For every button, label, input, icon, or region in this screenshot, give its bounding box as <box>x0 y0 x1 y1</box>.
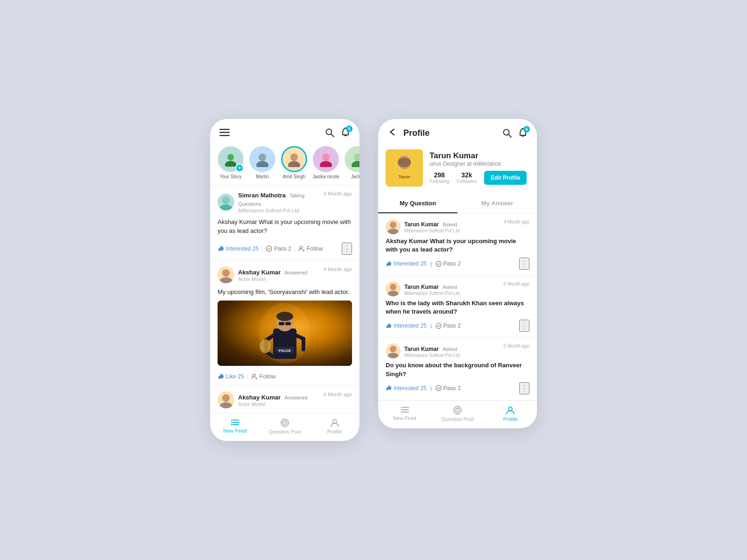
post-2-answer: My upcoming film, 'Sooryavanshi' with le… <box>218 288 352 297</box>
profile-role: ui/ux Designer at milleniance <box>430 161 529 167</box>
nav-question-pool[interactable]: ? Question Pool <box>260 418 310 434</box>
pass-button-1[interactable]: Pass 2 <box>266 245 291 252</box>
svg-point-63 <box>388 353 399 358</box>
pq-2-time: 6 Month ago <box>503 281 529 287</box>
add-story-icon: + <box>235 164 244 172</box>
menu-button[interactable] <box>219 129 230 136</box>
notification-button[interactable]: 5 <box>341 127 350 138</box>
story-item-jasika[interactable]: Jasika nicole <box>313 146 339 179</box>
header-icons: 5 <box>325 127 350 138</box>
tarun-avatar-3 <box>386 343 401 358</box>
post-1-question: Akshay Kumar What is your upcoming movie… <box>218 218 352 236</box>
profile-nav-profile[interactable]: Profile <box>484 406 537 422</box>
profile-name: Tarun Kumar <box>430 151 529 161</box>
pq-3-actions: Interested 25 | Pass 2 ⋮ <box>386 382 529 394</box>
story-item-amit-singh[interactable]: Amit Singh <box>281 146 307 179</box>
svg-point-9 <box>290 154 298 161</box>
profile-nav-question-pool[interactable]: Question Pool <box>431 406 484 422</box>
pq-2-pass[interactable]: Pass 2 <box>436 322 461 329</box>
interested-button-1[interactable]: Interested 25 <box>218 245 259 252</box>
post-2-username: Akshay Kumar <box>238 269 281 276</box>
post-2-actions: Like 25 | Follow <box>218 370 352 385</box>
pq-1-more[interactable]: ⋮ <box>519 258 529 270</box>
svg-point-10 <box>288 161 300 167</box>
svg-rect-69 <box>401 409 402 411</box>
post-3-time: 4 Month ago <box>324 392 352 397</box>
pq-2-actions: Interested 25 | Pass 2 ⋮ <box>386 320 529 332</box>
post-question-1: Simran Malhotra Taking Questions Milleni… <box>210 185 359 261</box>
like-button-1[interactable]: Like 25 <box>218 373 244 380</box>
svg-point-13 <box>354 154 359 161</box>
feed-header: 5 <box>210 119 359 142</box>
tab-my-answer[interactable]: My Answer <box>458 194 537 213</box>
nav-feed[interactable]: New Feed <box>210 418 260 434</box>
svg-point-16 <box>219 204 233 210</box>
nav-question-pool-label: Question Pool <box>268 429 301 434</box>
more-options-1[interactable]: ⋮ <box>342 243 352 255</box>
profile-nav-feed[interactable]: New Feed <box>378 406 431 422</box>
pq-3-user: Tarun Kumar <box>404 346 439 352</box>
profile-nav-qpool-label: Question Pool <box>441 416 473 422</box>
story-name-amit: Amit Singh <box>283 174 305 179</box>
follow-button-2[interactable]: Follow <box>251 373 276 380</box>
profile-notification-button[interactable]: 5 <box>518 128 528 138</box>
pq-3-interested[interactable]: Interested 25 <box>386 385 427 392</box>
story-name-jasika: Jasika nicole <box>312 174 339 179</box>
feed-bottom-nav: New Feed ? Question Pool Profile <box>210 413 359 441</box>
post-answer-2: Akshay Kumar Answered Actor Model 4 Mont… <box>210 385 359 413</box>
svg-point-48 <box>504 130 509 135</box>
stories-row: + Your Story Martin Amit Singh <box>210 142 359 185</box>
nav-profile[interactable]: Profile <box>310 418 359 434</box>
profile-question-2: Tarun Kumar Asked Milleniance Softnet Pv… <box>378 276 537 338</box>
post-answer-1: Akshay Kumar Answered Actor Model 4 Mont… <box>210 260 359 385</box>
pq-2-question: Who is the lady with Sharukh Khan seen a… <box>386 299 529 316</box>
svg-point-21 <box>222 269 230 277</box>
post-1-subtitle: Milleniance Softnet Pvt Ltd. <box>238 208 324 213</box>
profile-search-button[interactable] <box>502 128 512 138</box>
svg-point-72 <box>456 408 459 412</box>
svg-point-11 <box>322 154 330 161</box>
profile-photo: Tarun <box>386 149 423 187</box>
story-item-your-story[interactable]: + Your Story <box>218 146 244 179</box>
profile-details: Tarun Kumar ui/ux Designer at millenianc… <box>430 151 529 185</box>
followers-label: Followers <box>457 179 477 184</box>
profile-info: Tarun Tarun Kumar ui/ux Designer at mill… <box>378 144 537 194</box>
profile-page-title: Profile <box>403 128 497 138</box>
pq-3-asked: Asked <box>443 346 457 352</box>
pq-1-actions: Interested 25 | Pass 2 ⋮ <box>386 258 529 270</box>
follow-button-1[interactable]: Follow <box>298 245 323 252</box>
pq-1-user: Tarun Kumar <box>404 221 439 228</box>
search-button[interactable] <box>325 128 334 137</box>
pq-1-interested[interactable]: Interested 25 <box>386 260 427 267</box>
story-name-jackie: Jackie <box>351 174 359 179</box>
pq-2-interested[interactable]: Interested 25 <box>386 322 427 329</box>
pq-1-meta: Tarun Kumar Asked Milleniance Softnet Pv… <box>404 220 461 233</box>
pq-3-time: 6 Month ago <box>503 343 529 349</box>
svg-point-47 <box>333 420 337 423</box>
edit-profile-button[interactable]: Edit Profile <box>484 171 527 185</box>
story-item-martin[interactable]: Martin <box>249 146 275 179</box>
back-button[interactable] <box>388 127 398 139</box>
tab-my-question[interactable]: My Question <box>378 194 458 213</box>
post-3-meta: Akshay Kumar Answered Actor Model <box>238 393 307 407</box>
svg-text:?: ? <box>284 422 286 425</box>
svg-point-64 <box>436 385 441 391</box>
notification-badge: 5 <box>346 126 352 132</box>
pq-1-time: 4 Month ago <box>503 219 529 224</box>
app-container: 5 + Your Story <box>191 100 556 460</box>
svg-point-53 <box>398 158 411 167</box>
pq-3-pass[interactable]: Pass 2 <box>436 385 461 392</box>
svg-point-32 <box>260 339 271 353</box>
tarun-avatar-2 <box>386 281 401 296</box>
pq-2-more[interactable]: ⋮ <box>519 320 529 332</box>
svg-point-7 <box>259 154 266 161</box>
profile-nav-profile-label: Profile <box>503 416 518 422</box>
post-3-username: Akshay Kumar <box>238 394 281 401</box>
svg-point-60 <box>388 291 399 296</box>
profile-tabs: My Question My Answer <box>378 194 537 214</box>
pq-1-pass[interactable]: Pass 2 <box>436 260 461 267</box>
pq-3-more[interactable]: ⋮ <box>519 382 529 394</box>
story-item-jackie[interactable]: Jackie <box>345 146 359 179</box>
svg-rect-24 <box>273 329 296 359</box>
svg-rect-28 <box>285 322 291 325</box>
